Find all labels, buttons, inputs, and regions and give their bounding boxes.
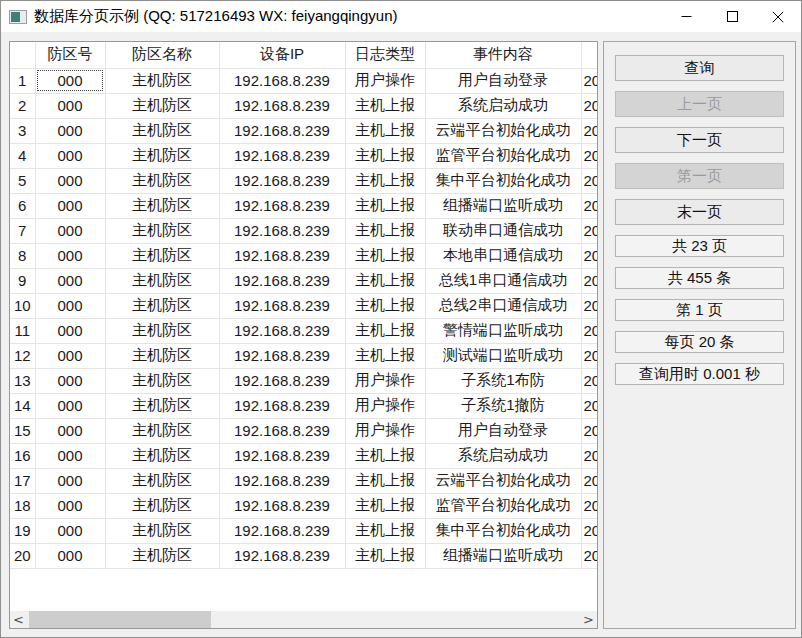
cell-zone[interactable]: 000 xyxy=(35,393,105,418)
cell-time[interactable]: 20 xyxy=(581,493,597,518)
column-header-type[interactable]: 日志类型 xyxy=(345,42,425,68)
cell-zone[interactable]: 000 xyxy=(35,418,105,443)
cell-name[interactable]: 主机防区 xyxy=(105,143,219,168)
cell-event[interactable]: 用户自动登录 xyxy=(425,418,581,443)
cell-ip[interactable]: 192.168.8.239 xyxy=(219,468,345,493)
cell-name[interactable]: 主机防区 xyxy=(105,268,219,293)
row-number[interactable]: 20 xyxy=(10,543,35,568)
cell-name[interactable]: 主机防区 xyxy=(105,468,219,493)
cell-ip[interactable]: 192.168.8.239 xyxy=(219,143,345,168)
cell-name[interactable]: 主机防区 xyxy=(105,118,219,143)
next-page-button[interactable]: 下一页 xyxy=(615,127,784,153)
cell-event[interactable]: 系统启动成功 xyxy=(425,93,581,118)
row-number[interactable]: 15 xyxy=(10,418,35,443)
cell-type[interactable]: 用户操作 xyxy=(345,418,425,443)
column-header-zone[interactable]: 防区号 xyxy=(35,42,105,68)
cell-time[interactable]: 20 xyxy=(581,118,597,143)
cell-zone[interactable]: 000 xyxy=(35,68,105,93)
cell-ip[interactable]: 192.168.8.239 xyxy=(219,393,345,418)
cell-time[interactable]: 20 xyxy=(581,443,597,468)
cell-name[interactable]: 主机防区 xyxy=(105,93,219,118)
cell-type[interactable]: 主机上报 xyxy=(345,168,425,193)
cell-type[interactable]: 用户操作 xyxy=(345,368,425,393)
scrollbar-track[interactable] xyxy=(27,611,580,628)
cell-time[interactable]: 20 xyxy=(581,143,597,168)
row-number[interactable]: 2 xyxy=(10,93,35,118)
column-header-name[interactable]: 防区名称 xyxy=(105,42,219,68)
cell-type[interactable]: 主机上报 xyxy=(345,443,425,468)
cell-name[interactable]: 主机防区 xyxy=(105,518,219,543)
cell-ip[interactable]: 192.168.8.239 xyxy=(219,368,345,393)
cell-zone[interactable]: 000 xyxy=(35,518,105,543)
cell-zone[interactable]: 000 xyxy=(35,118,105,143)
cell-ip[interactable]: 192.168.8.239 xyxy=(219,68,345,93)
cell-event[interactable]: 本地串口通信成功 xyxy=(425,243,581,268)
cell-time[interactable]: 20 xyxy=(581,393,597,418)
cell-time[interactable]: 20 xyxy=(581,243,597,268)
cell-name[interactable]: 主机防区 xyxy=(105,318,219,343)
cell-zone[interactable]: 000 xyxy=(35,543,105,568)
cell-ip[interactable]: 192.168.8.239 xyxy=(219,493,345,518)
cell-ip[interactable]: 192.168.8.239 xyxy=(219,93,345,118)
scrollbar-thumb[interactable] xyxy=(29,611,211,628)
cell-time[interactable]: 20 xyxy=(581,218,597,243)
last-page-button[interactable]: 末一页 xyxy=(615,199,784,225)
cell-name[interactable]: 主机防区 xyxy=(105,218,219,243)
row-number[interactable]: 9 xyxy=(10,268,35,293)
cell-type[interactable]: 用户操作 xyxy=(345,68,425,93)
row-number[interactable]: 16 xyxy=(10,443,35,468)
row-number[interactable]: 5 xyxy=(10,168,35,193)
scroll-left-arrow-icon[interactable]: < xyxy=(10,611,27,628)
row-number[interactable]: 1 xyxy=(10,68,35,93)
cell-time[interactable]: 20 xyxy=(581,193,597,218)
cell-ip[interactable]: 192.168.8.239 xyxy=(219,243,345,268)
cell-ip[interactable]: 192.168.8.239 xyxy=(219,543,345,568)
column-header-event[interactable]: 事件内容 xyxy=(425,42,581,68)
row-number[interactable]: 10 xyxy=(10,293,35,318)
cell-zone[interactable]: 000 xyxy=(35,168,105,193)
cell-name[interactable]: 主机防区 xyxy=(105,393,219,418)
cell-type[interactable]: 主机上报 xyxy=(345,343,425,368)
cell-type[interactable]: 主机上报 xyxy=(345,318,425,343)
row-number[interactable]: 7 xyxy=(10,218,35,243)
column-header-time[interactable] xyxy=(581,42,597,68)
cell-event[interactable]: 测试端口监听成功 xyxy=(425,343,581,368)
row-number[interactable]: 13 xyxy=(10,368,35,393)
horizontal-scrollbar[interactable]: < > xyxy=(10,611,597,628)
row-number[interactable]: 3 xyxy=(10,118,35,143)
scroll-right-arrow-icon[interactable]: > xyxy=(580,611,597,628)
cell-name[interactable]: 主机防区 xyxy=(105,343,219,368)
cell-type[interactable]: 主机上报 xyxy=(345,543,425,568)
cell-event[interactable]: 总线1串口通信成功 xyxy=(425,268,581,293)
cell-ip[interactable]: 192.168.8.239 xyxy=(219,318,345,343)
row-number[interactable]: 8 xyxy=(10,243,35,268)
cell-time[interactable]: 20 xyxy=(581,543,597,568)
cell-ip[interactable]: 192.168.8.239 xyxy=(219,443,345,468)
maximize-button[interactable] xyxy=(709,1,755,32)
cell-ip[interactable]: 192.168.8.239 xyxy=(219,118,345,143)
cell-event[interactable]: 子系统1撤防 xyxy=(425,393,581,418)
cell-zone[interactable]: 000 xyxy=(35,368,105,393)
cell-type[interactable]: 主机上报 xyxy=(345,218,425,243)
cell-event[interactable]: 组播端口监听成功 xyxy=(425,193,581,218)
close-button[interactable] xyxy=(755,1,801,32)
cell-name[interactable]: 主机防区 xyxy=(105,443,219,468)
cell-type[interactable]: 主机上报 xyxy=(345,93,425,118)
cell-time[interactable]: 20 xyxy=(581,318,597,343)
cell-type[interactable]: 主机上报 xyxy=(345,493,425,518)
cell-event[interactable]: 联动串口通信成功 xyxy=(425,218,581,243)
cell-name[interactable]: 主机防区 xyxy=(105,243,219,268)
cell-type[interactable]: 主机上报 xyxy=(345,293,425,318)
row-number[interactable]: 12 xyxy=(10,343,35,368)
cell-zone[interactable]: 000 xyxy=(35,268,105,293)
cell-type[interactable]: 用户操作 xyxy=(345,393,425,418)
cell-name[interactable]: 主机防区 xyxy=(105,168,219,193)
cell-time[interactable]: 20 xyxy=(581,418,597,443)
cell-zone[interactable]: 000 xyxy=(35,468,105,493)
row-number[interactable]: 6 xyxy=(10,193,35,218)
cell-time[interactable]: 20 xyxy=(581,293,597,318)
cell-type[interactable]: 主机上报 xyxy=(345,518,425,543)
cell-ip[interactable]: 192.168.8.239 xyxy=(219,518,345,543)
cell-time[interactable]: 20 xyxy=(581,68,597,93)
row-number[interactable]: 11 xyxy=(10,318,35,343)
